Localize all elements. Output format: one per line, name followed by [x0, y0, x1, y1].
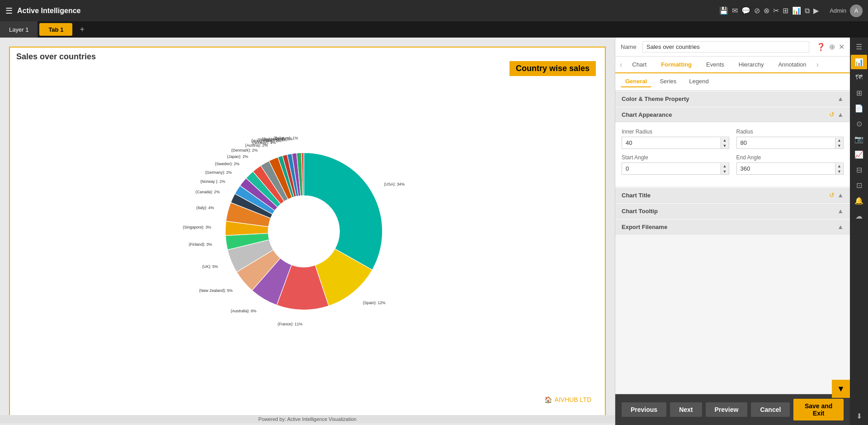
panel-name-input[interactable] [642, 41, 809, 53]
tab-chart[interactable]: Chart [625, 57, 654, 72]
start-angle-input[interactable] [622, 163, 721, 174]
start-angle-up[interactable]: ▲ [721, 163, 729, 169]
chart-appearance-title: Chart Appearance [622, 111, 672, 118]
panel-tabs: ‹ Chart Formatting Events Hierarchy Anno… [615, 57, 850, 73]
chart-title-collapse-icon[interactable]: ▲ [837, 191, 844, 199]
chart-appearance-section-header[interactable]: Chart Appearance ↺ ▲ [615, 107, 850, 122]
radius-down[interactable]: ▼ [835, 143, 843, 148]
chart-appearance-collapse-icon[interactable]: ▲ [837, 111, 844, 118]
svg-text:(Finland): 3%: (Finland): 3% [189, 242, 212, 247]
canvas-area: Sales over countries Country wise sales … [0, 38, 615, 425]
color-theme-section-header[interactable]: Color & Theme Property ▲ [615, 91, 850, 106]
end-angle-down[interactable]: ▼ [835, 169, 843, 174]
rs-download-icon[interactable]: ⬇ [851, 409, 867, 423]
save-toolbar-icon[interactable]: 💾 [719, 6, 728, 15]
play-toolbar-icon[interactable]: ▶ [813, 6, 819, 15]
angle-row: Start Angle ▲ ▼ End Angle [622, 154, 844, 175]
chart-toolbar-icon[interactable]: 📊 [792, 6, 801, 15]
radius-up[interactable]: ▲ [835, 138, 843, 143]
radius-group: Radius ▲ ▼ [736, 129, 844, 149]
save-exit-button[interactable]: Save and Exit [793, 399, 844, 420]
collapse-icon[interactable]: ▲ [837, 95, 844, 102]
chart-title-refresh-icon[interactable]: ↺ [829, 191, 835, 199]
rs-doc-icon[interactable]: 📄 [851, 101, 867, 115]
avatar: A [850, 5, 863, 17]
inner-radius-up[interactable]: ▲ [721, 138, 729, 143]
topbar-left: ☰ Active Intelligence [5, 6, 81, 16]
export-filename-section-title: Export Filename [622, 224, 667, 230]
svg-text:(Australia): 6%: (Australia): 6% [231, 309, 256, 313]
inner-radius-input-wrapper: ▲ ▼ [622, 137, 729, 149]
rs-filter-icon[interactable]: ☰ [851, 39, 867, 54]
filter2-toolbar-icon[interactable]: ⊗ [764, 6, 769, 15]
preview-button[interactable]: Preview [706, 402, 748, 417]
radius-spinner: ▲ ▼ [835, 138, 843, 148]
panel-tabs-next-arrow[interactable]: › [814, 57, 821, 72]
add-tab-button[interactable]: + [74, 25, 90, 34]
tab1[interactable]: Tab 1 [39, 23, 72, 36]
panel-name-label: Name [621, 43, 639, 50]
inner-radius-spinner: ▲ ▼ [721, 138, 729, 148]
panel-header: Name ❓ ⊕ ✕ [615, 38, 850, 57]
watermark: 🏠 AIVHUB LTD [544, 396, 591, 403]
start-angle-down[interactable]: ▼ [721, 169, 729, 174]
rs-table-icon[interactable]: ⊞ [851, 86, 867, 100]
refresh-icon[interactable]: ↺ [829, 111, 835, 118]
settings-toolbar-icon[interactable]: ✂ [773, 6, 779, 15]
rs-bell-icon[interactable]: 🔔 [851, 193, 867, 208]
export-filename-collapse-icon[interactable]: ▲ [837, 223, 844, 230]
rs-chart-icon[interactable]: 📊 [851, 55, 867, 69]
rs-circle-icon[interactable]: ⊙ [851, 116, 867, 131]
rs-analytics-icon[interactable]: 📈 [851, 147, 867, 162]
previous-button[interactable]: Previous [622, 402, 666, 417]
chart-widget: Sales over countries Country wise sales … [9, 47, 606, 416]
help-icon[interactable]: ❓ [816, 43, 826, 51]
chart-title-section-title: Chart Title [622, 192, 651, 199]
close-icon[interactable]: ✕ [839, 43, 844, 51]
donut-chart: (USA): 34%(Spain): 12%(France): 11%(Aust… [172, 115, 443, 351]
svg-text:(Canada): 2%: (Canada): 2% [196, 190, 220, 194]
end-angle-up[interactable]: ▲ [835, 163, 843, 169]
tab-annotation[interactable]: Annotation [771, 57, 813, 72]
cancel-button[interactable]: Cancel [751, 402, 790, 417]
radius-input[interactable] [737, 137, 835, 148]
rs-widget-icon[interactable]: ⊡ [851, 178, 867, 192]
comment-toolbar-icon[interactable]: 💬 [741, 6, 750, 15]
main-layout: Sales over countries Country wise sales … [0, 38, 868, 425]
panel-bottom-arrow[interactable]: ▼ [832, 380, 850, 398]
tab-events[interactable]: Events [699, 57, 731, 72]
chart-tooltip-collapse-icon[interactable]: ▲ [837, 207, 844, 215]
move-icon[interactable]: ⊕ [829, 43, 835, 51]
svg-text:(Sweden): 2%: (Sweden): 2% [215, 162, 240, 166]
subtab-legend[interactable]: Legend [684, 76, 713, 87]
chart-tooltip-section-header[interactable]: Chart Tooltip ▲ [615, 204, 850, 219]
chart-title-section-header[interactable]: Chart Title ↺ ▲ [615, 188, 850, 203]
rs-map-icon[interactable]: 🗺 [851, 70, 867, 85]
svg-text:(Italy): 4%: (Italy): 4% [196, 205, 214, 210]
topbar-right: 💾 ✉ 💬 ⊘ ⊗ ✂ ⊞ 📊 ⧉ ▶ Admin A [719, 5, 863, 17]
email-toolbar-icon[interactable]: ✉ [732, 6, 738, 15]
subtab-series[interactable]: Series [655, 76, 681, 87]
hamburger-icon[interactable]: ☰ [5, 6, 13, 16]
svg-text:(Norway ): 2%: (Norway ): 2% [200, 179, 225, 184]
tab-hierarchy[interactable]: Hierarchy [731, 57, 771, 72]
subtab-general[interactable]: General [621, 76, 651, 87]
panel-bottom: Previous Next Preview Cancel Save and Ex… [615, 394, 850, 425]
copy-toolbar-icon[interactable]: ⧉ [805, 7, 810, 15]
radius-input-wrapper: ▲ ▼ [736, 137, 844, 149]
table-toolbar-icon[interactable]: ⊞ [783, 6, 788, 15]
end-angle-input[interactable] [737, 163, 835, 174]
rs-cloud-icon[interactable]: ☁ [851, 209, 867, 223]
rs-camera-icon[interactable]: 📷 [851, 132, 867, 146]
filter-toolbar-icon[interactable]: ⊘ [754, 6, 760, 15]
next-button[interactable]: Next [670, 402, 702, 417]
right-sidebar: ☰ 📊 🗺 ⊞ 📄 ⊙ 📷 📈 ⊟ ⊡ 🔔 ☁ ⬇ [850, 38, 868, 425]
tab-formatting[interactable]: Formatting [654, 57, 699, 73]
rs-grid-icon[interactable]: ⊟ [851, 162, 867, 177]
layer-tab[interactable]: Layer 1 [0, 21, 38, 38]
panel-tabs-prev-arrow[interactable]: ‹ [617, 57, 625, 72]
export-filename-section-header[interactable]: Export Filename ▲ [615, 220, 850, 234]
inner-radius-down[interactable]: ▼ [721, 143, 729, 148]
inner-radius-input[interactable] [622, 137, 721, 148]
end-angle-label: End Angle [736, 154, 844, 161]
